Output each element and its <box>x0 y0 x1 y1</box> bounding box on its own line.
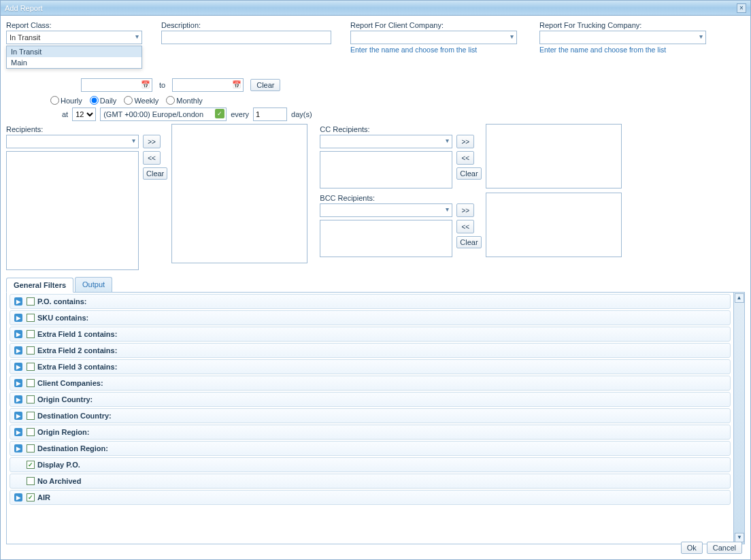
freq-daily[interactable]: Daily <box>90 97 116 105</box>
report-class-combo[interactable]: In Transit <box>6 31 142 44</box>
bcc-recipients-list[interactable] <box>320 220 452 257</box>
cc-recipients-combo[interactable] <box>320 135 452 148</box>
cc-add-button[interactable]: >> <box>456 135 474 148</box>
tab-general-filters[interactable]: General Filters <box>6 278 73 293</box>
every-value-input[interactable] <box>253 108 287 121</box>
filter-checkbox[interactable] <box>27 477 35 485</box>
date-to-input[interactable] <box>172 78 244 92</box>
freq-weekly[interactable]: Weekly <box>124 97 158 105</box>
recipients-add-button[interactable]: >> <box>143 135 161 148</box>
filter-label: Extra Field 1 contains: <box>37 330 117 338</box>
report-class-option-intransit[interactable]: In Transit <box>7 46 141 57</box>
cc-clear-button[interactable]: Clear <box>456 167 481 180</box>
filter-row[interactable]: Display P.O. <box>10 457 731 472</box>
expand-icon[interactable]: ▶ <box>14 297 22 306</box>
expand-icon[interactable]: ▶ <box>14 363 22 371</box>
filter-checkbox[interactable] <box>27 461 35 469</box>
filter-row[interactable]: ▶Origin Country: <box>10 392 731 407</box>
filter-row[interactable]: ▶Destination Region: <box>10 441 731 456</box>
cc-recipients-list[interactable] <box>320 151 452 188</box>
scrollbar[interactable]: ▲ ▼ <box>733 293 744 544</box>
filter-label: Origin Region: <box>37 428 89 436</box>
cancel-button[interactable]: Cancel <box>707 542 742 554</box>
bcc-selected-list[interactable] <box>486 193 622 257</box>
window-title: Add Report <box>5 4 43 12</box>
cc-selected-list[interactable] <box>486 124 622 188</box>
filter-row[interactable]: No Archived <box>10 474 731 489</box>
filter-pane: ▶P.O. contains:▶SKU contains:▶Extra Fiel… <box>6 293 745 544</box>
filter-row[interactable]: ▶Destination Country: <box>10 408 731 423</box>
scroll-down-icon[interactable]: ▼ <box>735 533 744 542</box>
freq-hourly[interactable]: Hourly <box>50 97 82 105</box>
filter-checkbox[interactable] <box>27 444 35 452</box>
freq-monthly[interactable]: Monthly <box>166 97 203 105</box>
recipients-combo[interactable] <box>6 135 139 148</box>
filter-checkbox[interactable] <box>27 314 35 322</box>
trucking-company-combo[interactable] <box>539 31 706 44</box>
filter-row[interactable]: ▶AIR <box>10 490 731 505</box>
filter-checkbox[interactable] <box>27 297 35 306</box>
scroll-up-icon[interactable]: ▲ <box>735 293 744 303</box>
recipients-remove-button[interactable]: << <box>143 151 161 165</box>
add-report-window: Add Report × Report Class: In Transit In… <box>0 0 751 560</box>
trucking-company-hint: Enter the name and choose from the list <box>539 46 716 54</box>
recipients-list[interactable] <box>6 151 139 270</box>
filter-label: Display P.O. <box>37 461 80 469</box>
filter-label: Destination Region: <box>37 444 108 452</box>
filter-row[interactable]: ▶Extra Field 2 contains: <box>10 343 731 358</box>
filter-checkbox[interactable] <box>27 379 35 387</box>
expand-icon[interactable]: ▶ <box>14 346 22 355</box>
filter-checkbox[interactable] <box>27 395 35 403</box>
expand-icon[interactable]: ▶ <box>14 428 22 436</box>
timezone-select[interactable]: (GMT +00:00) Europe/London <box>100 108 227 121</box>
trucking-company-label: Report For Trucking Company: <box>539 21 716 29</box>
expand-icon[interactable]: ▶ <box>14 330 22 338</box>
clear-dates-button[interactable]: Clear <box>250 79 280 91</box>
filter-checkbox[interactable] <box>27 363 35 371</box>
client-company-combo[interactable] <box>350 31 517 44</box>
close-icon[interactable]: × <box>737 3 746 13</box>
client-company-hint: Enter the name and choose from the list <box>350 46 527 54</box>
expand-icon[interactable]: ▶ <box>14 314 22 322</box>
expand-icon[interactable]: ▶ <box>14 379 22 387</box>
filter-row[interactable]: ▶Extra Field 3 contains: <box>10 359 731 374</box>
report-class-dropdown[interactable]: In Transit Main <box>6 46 142 69</box>
expand-icon[interactable]: ▶ <box>14 412 22 420</box>
description-input[interactable] <box>161 31 331 44</box>
filter-checkbox[interactable] <box>27 412 35 420</box>
filter-row[interactable]: ▶SKU contains: <box>10 310 731 325</box>
days-label: day(s) <box>291 110 312 118</box>
date-from-input[interactable] <box>81 78 152 92</box>
filter-row[interactable]: ▶Client Companies: <box>10 376 731 391</box>
at-hour-select[interactable]: 12 <box>72 108 96 121</box>
expand-icon[interactable]: ▶ <box>14 444 22 452</box>
tabs: General Filters Output <box>6 277 745 293</box>
filter-checkbox[interactable] <box>27 428 35 436</box>
filter-checkbox[interactable] <box>27 346 35 355</box>
bcc-add-button[interactable]: >> <box>456 203 474 217</box>
recipients-selected-list[interactable] <box>171 124 307 263</box>
filter-label: P.O. contains: <box>37 297 87 306</box>
filter-row[interactable]: ▶Extra Field 1 contains: <box>10 327 731 342</box>
every-label: every <box>231 110 249 118</box>
expand-icon[interactable]: ▶ <box>14 493 22 501</box>
bcc-remove-button[interactable]: << <box>456 220 474 233</box>
report-class-option-main[interactable]: Main <box>7 57 141 68</box>
cc-remove-button[interactable]: << <box>456 151 474 165</box>
filter-row[interactable]: ▶Origin Region: <box>10 425 731 440</box>
client-company-label: Report For Client Company: <box>350 21 527 29</box>
bcc-recipients-combo[interactable] <box>320 203 452 217</box>
filter-checkbox[interactable] <box>27 493 35 501</box>
filter-checkbox[interactable] <box>27 330 35 338</box>
tab-output[interactable]: Output <box>75 277 112 292</box>
expand-icon[interactable]: ▶ <box>14 395 22 403</box>
at-label: at <box>62 110 68 118</box>
filter-label: Origin Country: <box>37 395 93 403</box>
bcc-clear-button[interactable]: Clear <box>456 236 481 248</box>
filter-label: AIR <box>37 493 50 501</box>
filter-label: SKU contains: <box>37 314 88 322</box>
recipients-clear-button[interactable]: Clear <box>143 167 167 180</box>
filter-row[interactable]: ▶P.O. contains: <box>10 294 731 309</box>
ok-button[interactable]: Ok <box>681 542 703 554</box>
filter-label: Destination Country: <box>37 412 112 420</box>
